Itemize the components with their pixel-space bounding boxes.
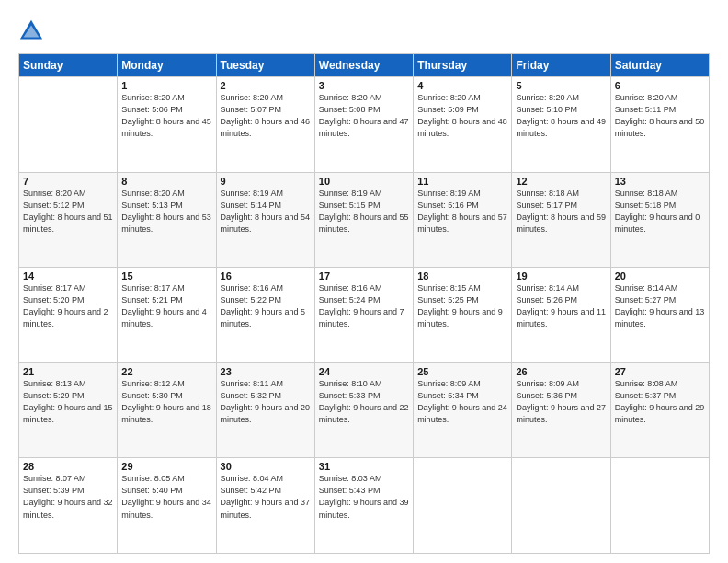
- calendar-cell: 31Sunrise: 8:03 AMSunset: 5:43 PMDayligh…: [314, 458, 413, 554]
- day-number: 21: [23, 366, 113, 377]
- day-number: 27: [615, 366, 705, 377]
- calendar-cell: 22Sunrise: 8:12 AMSunset: 5:30 PMDayligh…: [118, 362, 216, 458]
- day-number: 20: [615, 270, 705, 282]
- day-info: Sunrise: 8:03 AMSunset: 5:43 PMDaylight:…: [319, 473, 409, 521]
- weekday-friday: Friday: [512, 54, 610, 77]
- week-row-0: 1Sunrise: 8:20 AMSunset: 5:06 PMDaylight…: [19, 77, 710, 173]
- calendar-cell: 4Sunrise: 8:20 AMSunset: 5:09 PMDaylight…: [414, 77, 512, 173]
- day-info: Sunrise: 8:13 AMSunset: 5:29 PMDaylight:…: [23, 378, 113, 426]
- day-number: 9: [221, 176, 311, 187]
- day-info: Sunrise: 8:20 AMSunset: 5:10 PMDaylight:…: [516, 92, 606, 140]
- day-info: Sunrise: 8:09 AMSunset: 5:34 PMDaylight:…: [417, 378, 507, 426]
- logo-icon: [18, 18, 44, 44]
- calendar-cell: 2Sunrise: 8:20 AMSunset: 5:07 PMDaylight…: [216, 77, 314, 173]
- day-number: 31: [319, 461, 409, 472]
- calendar-cell: 18Sunrise: 8:15 AMSunset: 5:25 PMDayligh…: [414, 268, 512, 363]
- day-number: 25: [417, 366, 507, 377]
- day-number: 11: [417, 176, 507, 187]
- day-info: Sunrise: 8:09 AMSunset: 5:36 PMDaylight:…: [516, 378, 606, 426]
- weekday-tuesday: Tuesday: [216, 54, 314, 77]
- day-number: 5: [516, 80, 606, 91]
- calendar-cell: [610, 458, 709, 554]
- weekday-saturday: Saturday: [610, 54, 709, 77]
- calendar-cell: 28Sunrise: 8:07 AMSunset: 5:39 PMDayligh…: [19, 458, 118, 554]
- header: [18, 15, 710, 44]
- day-info: Sunrise: 8:20 AMSunset: 5:06 PMDaylight:…: [121, 92, 211, 140]
- day-number: 26: [516, 366, 606, 377]
- day-number: 10: [319, 176, 409, 187]
- page: SundayMondayTuesdayWednesdayThursdayFrid…: [0, 0, 728, 563]
- day-number: 16: [221, 270, 311, 282]
- calendar-cell: 21Sunrise: 8:13 AMSunset: 5:29 PMDayligh…: [19, 362, 118, 458]
- day-number: 14: [23, 270, 113, 282]
- logo: [18, 18, 46, 44]
- calendar-cell: 19Sunrise: 8:14 AMSunset: 5:26 PMDayligh…: [512, 268, 610, 363]
- calendar-cell: 5Sunrise: 8:20 AMSunset: 5:10 PMDaylight…: [512, 77, 610, 173]
- weekday-header-row: SundayMondayTuesdayWednesdayThursdayFrid…: [19, 54, 710, 77]
- calendar-cell: [19, 77, 118, 173]
- day-number: 15: [121, 270, 211, 282]
- day-number: 23: [221, 366, 311, 377]
- calendar-cell: 20Sunrise: 8:14 AMSunset: 5:27 PMDayligh…: [610, 268, 709, 363]
- day-number: 12: [516, 176, 606, 187]
- calendar-cell: 8Sunrise: 8:20 AMSunset: 5:13 PMDaylight…: [118, 172, 216, 268]
- week-row-4: 28Sunrise: 8:07 AMSunset: 5:39 PMDayligh…: [19, 458, 710, 554]
- calendar-cell: [512, 458, 610, 554]
- calendar-cell: 11Sunrise: 8:19 AMSunset: 5:16 PMDayligh…: [414, 172, 512, 268]
- calendar-cell: 10Sunrise: 8:19 AMSunset: 5:15 PMDayligh…: [314, 172, 413, 268]
- day-info: Sunrise: 8:15 AMSunset: 5:25 PMDaylight:…: [417, 282, 507, 330]
- calendar-cell: 24Sunrise: 8:10 AMSunset: 5:33 PMDayligh…: [314, 362, 413, 458]
- calendar-cell: [414, 458, 512, 554]
- day-number: 7: [23, 176, 113, 187]
- day-info: Sunrise: 8:20 AMSunset: 5:09 PMDaylight:…: [417, 92, 507, 140]
- day-info: Sunrise: 8:17 AMSunset: 5:20 PMDaylight:…: [23, 282, 113, 330]
- day-number: 8: [121, 176, 211, 187]
- day-info: Sunrise: 8:19 AMSunset: 5:15 PMDaylight:…: [319, 188, 409, 236]
- day-info: Sunrise: 8:10 AMSunset: 5:33 PMDaylight:…: [319, 378, 409, 426]
- day-number: 28: [23, 461, 113, 472]
- day-info: Sunrise: 8:16 AMSunset: 5:24 PMDaylight:…: [319, 282, 409, 330]
- day-info: Sunrise: 8:14 AMSunset: 5:26 PMDaylight:…: [516, 282, 606, 330]
- day-number: 6: [615, 80, 705, 91]
- calendar-cell: 7Sunrise: 8:20 AMSunset: 5:12 PMDaylight…: [19, 172, 118, 268]
- calendar-cell: 23Sunrise: 8:11 AMSunset: 5:32 PMDayligh…: [216, 362, 314, 458]
- day-info: Sunrise: 8:20 AMSunset: 5:13 PMDaylight:…: [121, 188, 211, 236]
- calendar-cell: 3Sunrise: 8:20 AMSunset: 5:08 PMDaylight…: [314, 77, 413, 173]
- calendar-cell: 14Sunrise: 8:17 AMSunset: 5:20 PMDayligh…: [19, 268, 118, 363]
- day-info: Sunrise: 8:11 AMSunset: 5:32 PMDaylight:…: [221, 378, 311, 426]
- day-info: Sunrise: 8:19 AMSunset: 5:14 PMDaylight:…: [221, 188, 311, 236]
- day-info: Sunrise: 8:20 AMSunset: 5:07 PMDaylight:…: [221, 92, 311, 140]
- day-info: Sunrise: 8:12 AMSunset: 5:30 PMDaylight:…: [121, 378, 211, 426]
- day-info: Sunrise: 8:20 AMSunset: 5:08 PMDaylight:…: [319, 92, 409, 140]
- week-row-1: 7Sunrise: 8:20 AMSunset: 5:12 PMDaylight…: [19, 172, 710, 268]
- calendar-cell: 9Sunrise: 8:19 AMSunset: 5:14 PMDaylight…: [216, 172, 314, 268]
- day-number: 30: [221, 461, 311, 472]
- calendar-cell: 15Sunrise: 8:17 AMSunset: 5:21 PMDayligh…: [118, 268, 216, 363]
- day-info: Sunrise: 8:16 AMSunset: 5:22 PMDaylight:…: [221, 282, 311, 330]
- day-info: Sunrise: 8:17 AMSunset: 5:21 PMDaylight:…: [121, 282, 211, 330]
- day-info: Sunrise: 8:18 AMSunset: 5:18 PMDaylight:…: [615, 188, 705, 236]
- day-info: Sunrise: 8:20 AMSunset: 5:11 PMDaylight:…: [615, 92, 705, 140]
- day-number: 24: [319, 366, 409, 377]
- day-number: 3: [319, 80, 409, 91]
- day-info: Sunrise: 8:14 AMSunset: 5:27 PMDaylight:…: [615, 282, 705, 330]
- day-info: Sunrise: 8:08 AMSunset: 5:37 PMDaylight:…: [615, 378, 705, 426]
- day-info: Sunrise: 8:04 AMSunset: 5:42 PMDaylight:…: [221, 473, 311, 521]
- weekday-wednesday: Wednesday: [314, 54, 413, 77]
- calendar-cell: 30Sunrise: 8:04 AMSunset: 5:42 PMDayligh…: [216, 458, 314, 554]
- weekday-thursday: Thursday: [414, 54, 512, 77]
- weekday-sunday: Sunday: [19, 54, 118, 77]
- calendar-cell: 13Sunrise: 8:18 AMSunset: 5:18 PMDayligh…: [610, 172, 709, 268]
- day-info: Sunrise: 8:18 AMSunset: 5:17 PMDaylight:…: [516, 188, 606, 236]
- calendar-cell: 6Sunrise: 8:20 AMSunset: 5:11 PMDaylight…: [610, 77, 709, 173]
- calendar-cell: 29Sunrise: 8:05 AMSunset: 5:40 PMDayligh…: [118, 458, 216, 554]
- day-number: 19: [516, 270, 606, 282]
- day-number: 22: [121, 366, 211, 377]
- calendar-cell: 1Sunrise: 8:20 AMSunset: 5:06 PMDaylight…: [118, 77, 216, 173]
- calendar-cell: 17Sunrise: 8:16 AMSunset: 5:24 PMDayligh…: [314, 268, 413, 363]
- calendar-cell: 16Sunrise: 8:16 AMSunset: 5:22 PMDayligh…: [216, 268, 314, 363]
- day-number: 13: [615, 176, 705, 187]
- calendar-cell: 26Sunrise: 8:09 AMSunset: 5:36 PMDayligh…: [512, 362, 610, 458]
- week-row-2: 14Sunrise: 8:17 AMSunset: 5:20 PMDayligh…: [19, 268, 710, 363]
- day-info: Sunrise: 8:07 AMSunset: 5:39 PMDaylight:…: [23, 473, 113, 521]
